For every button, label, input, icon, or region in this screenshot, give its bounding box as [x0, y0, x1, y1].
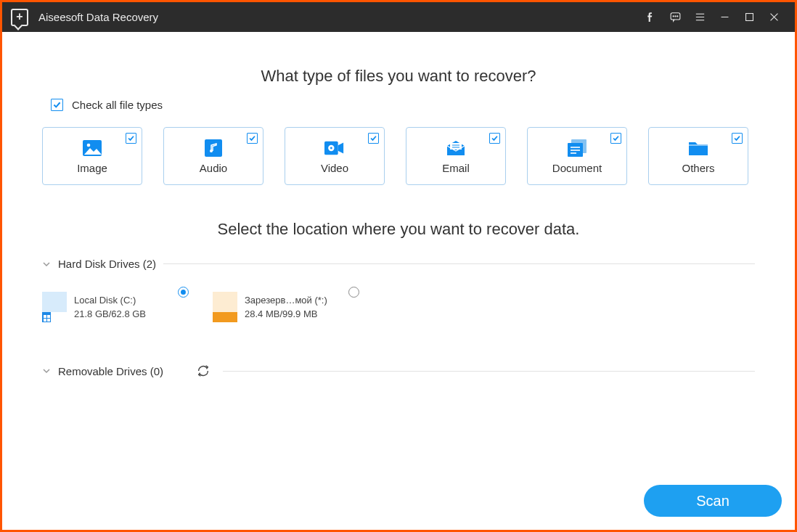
title-bar: Aiseesoft Data Recovery	[2, 2, 795, 32]
maximize-button[interactable]	[737, 2, 761, 32]
type-card-video[interactable]: Video	[285, 127, 385, 185]
svg-point-3	[677, 16, 677, 17]
check-all-checkbox[interactable]	[51, 99, 63, 111]
removable-section-label: Removable Drives (0)	[58, 365, 163, 377]
close-button[interactable]	[761, 2, 786, 32]
folder-icon	[688, 139, 708, 157]
type-label: Others	[682, 162, 714, 174]
drive-radio[interactable]	[348, 287, 359, 298]
video-icon	[324, 139, 345, 157]
type-label: Document	[552, 162, 602, 174]
collapse-caret-icon[interactable]	[42, 367, 51, 375]
svg-point-14	[210, 150, 213, 152]
filetypes-heading: What type of files you want to recover?	[42, 67, 755, 86]
filetype-grid: Image Audio Video Em	[42, 127, 755, 185]
location-heading: Select the location where you want to re…	[42, 220, 755, 239]
type-checkbox-document[interactable]	[610, 133, 621, 144]
check-all-label: Check all file types	[72, 99, 163, 111]
svg-point-17	[330, 147, 332, 149]
type-card-email[interactable]: Email	[406, 127, 506, 185]
scan-button[interactable]: Scan	[644, 485, 782, 517]
app-title: Aiseesoft Data Recovery	[38, 11, 158, 23]
type-card-image[interactable]: Image	[42, 127, 142, 185]
drives-list: Local Disk (C:) 21.8 GB/62.8 GB Зарезерв…	[42, 292, 755, 322]
type-card-others[interactable]: Others	[648, 127, 748, 185]
audio-icon	[203, 139, 224, 157]
email-icon	[446, 139, 466, 157]
type-label: Email	[442, 162, 470, 174]
image-icon	[82, 139, 102, 157]
svg-point-2	[674, 16, 675, 17]
drive-name: Зарезерв…мой (*:)	[245, 295, 327, 306]
feedback-icon[interactable]	[663, 2, 687, 32]
refresh-icon[interactable]	[197, 364, 210, 377]
facebook-icon[interactable]	[638, 2, 663, 32]
hdd-section-header: Hard Disk Drives (2)	[42, 258, 755, 270]
type-label: Image	[77, 162, 107, 174]
app-logo-icon	[11, 9, 28, 26]
type-checkbox-audio[interactable]	[247, 133, 258, 144]
document-icon	[567, 139, 587, 157]
svg-rect-8	[745, 14, 753, 21]
type-checkbox-image[interactable]	[126, 133, 136, 144]
drive-icon	[42, 292, 67, 322]
drive-radio[interactable]	[178, 287, 189, 298]
type-checkbox-email[interactable]	[489, 133, 500, 144]
type-checkbox-video[interactable]	[368, 133, 379, 144]
drive-usage: 21.8 GB/62.8 GB	[74, 308, 146, 319]
removable-section-header: Removable Drives (0)	[42, 364, 755, 377]
svg-rect-26	[689, 145, 708, 155]
svg-rect-18	[450, 143, 462, 150]
menu-icon[interactable]	[687, 2, 712, 32]
drive-icon	[213, 292, 237, 322]
drive-item-reserved[interactable]: Зарезерв…мой (*:) 28.4 MB/99.9 MB	[213, 292, 343, 322]
type-label: Audio	[200, 162, 227, 174]
type-card-audio[interactable]: Audio	[163, 127, 263, 185]
hdd-section-label: Hard Disk Drives (2)	[58, 258, 156, 270]
svg-point-1	[673, 16, 674, 17]
type-label: Video	[321, 162, 348, 174]
type-card-document[interactable]: Document	[527, 127, 627, 185]
type-checkbox-others[interactable]	[732, 133, 743, 144]
svg-point-12	[87, 143, 91, 147]
drive-name: Local Disk (C:)	[74, 295, 146, 306]
drive-item-c[interactable]: Local Disk (C:) 21.8 GB/62.8 GB	[42, 292, 173, 322]
drive-usage: 28.4 MB/99.9 MB	[245, 308, 327, 319]
collapse-caret-icon[interactable]	[42, 260, 51, 269]
minimize-button[interactable]	[712, 2, 737, 32]
svg-rect-13	[205, 139, 222, 157]
